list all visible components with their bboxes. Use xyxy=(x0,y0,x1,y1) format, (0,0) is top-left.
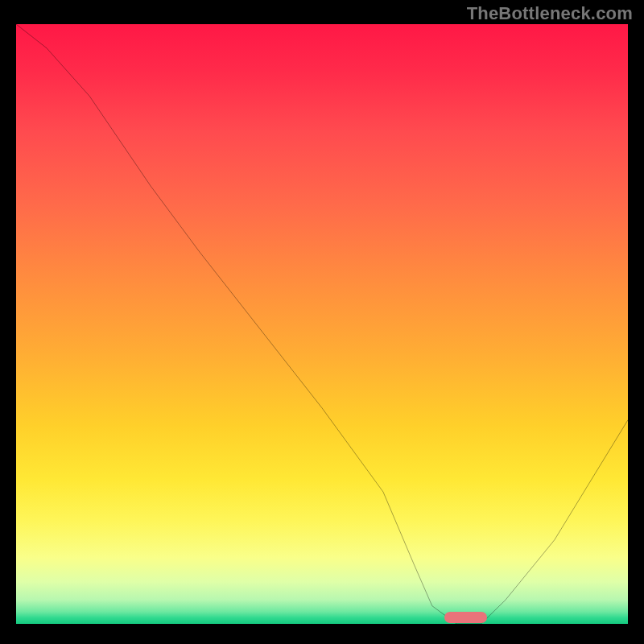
optimal-range-marker xyxy=(444,612,487,623)
watermark-text: TheBottleneck.com xyxy=(467,3,633,24)
bottleneck-curve xyxy=(16,24,628,624)
plot-area xyxy=(16,24,628,624)
chart-frame: TheBottleneck.com xyxy=(0,0,644,644)
